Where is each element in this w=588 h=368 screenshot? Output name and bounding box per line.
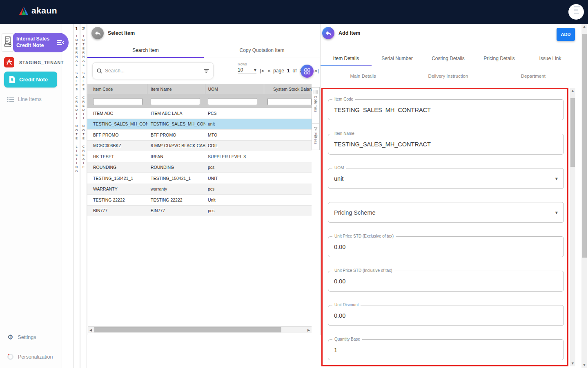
horizontal-scrollbar[interactable]: ◀ ▶ (88, 326, 312, 333)
uom-select[interactable]: UOM unit ▼ (328, 168, 564, 189)
module-pill: Internal Sales Credit Note (13, 33, 69, 52)
unit-price-inclusive-field[interactable]: Unit Price STD (Inclusive of tax) 0.00 (328, 271, 564, 292)
add-button[interactable]: ADD (557, 28, 575, 41)
cell-uom: SUPPLER LEVEL 3 (205, 154, 264, 159)
tab-item-details[interactable]: Item Details (321, 53, 372, 66)
vertical-tab-number: 2 (80, 26, 87, 31)
sidebar-item-credit-note[interactable]: $ Credit Note (4, 72, 57, 88)
filter-input-item-code[interactable] (93, 98, 143, 105)
scroll-down-icon[interactable]: ▼ (570, 361, 575, 366)
filter-input-uom[interactable] (208, 98, 257, 105)
cell-item-name: ITEM ABC LALA (147, 111, 205, 116)
filters-side-tab[interactable]: Filters (312, 124, 320, 150)
table-row[interactable]: ROUNDING ROUNDING pcs (87, 162, 312, 173)
pricing-scheme-select[interactable]: Pricing Scheme ▼ (328, 202, 564, 223)
cell-item-name: BIN777 (147, 208, 205, 213)
filter-input-item-name[interactable] (151, 98, 200, 105)
rows-per-page-select[interactable]: 10 ▼ (238, 67, 256, 74)
quantity-base-field[interactable]: Quantity Base 1 (328, 339, 564, 360)
tab-issue-link[interactable]: Issue Link (525, 53, 576, 66)
table-row[interactable]: WARRANTY warranty pcs (87, 184, 312, 195)
item-code-field[interactable]: Item Code TESTING_SALES_MH_CONTRACT (328, 99, 564, 120)
table-header: Item Code Item Name UOM System Stock Bal… (87, 84, 312, 94)
unit-price-exclusive-field[interactable]: Unit Price STD (Exclusive of tax) 0.00 (328, 236, 564, 257)
page-title: Add Item (339, 30, 360, 36)
select-item-panel: Select Item Search Item Copy Quotation I… (87, 24, 321, 335)
last-page-icon[interactable]: >| (314, 68, 318, 74)
chevron-down-icon: ▼ (555, 211, 558, 214)
item-name-field[interactable]: Item Name TESTING_SALES_MH_CONTRACT (328, 134, 564, 155)
user-avatar[interactable] (568, 4, 584, 20)
back-button[interactable] (91, 27, 104, 39)
credit-note-dollar-icon: $ (9, 76, 15, 83)
scroll-left-icon[interactable]: ◀ (88, 327, 94, 333)
table-row[interactable]: HK TESET IRFAN SUPPLER LEVEL 3 (87, 151, 312, 162)
table-row[interactable]: BFF PROMO BFF PROMO MTO (87, 130, 312, 141)
column-header-item-name[interactable]: Item Name (147, 87, 205, 92)
field-value: unit (334, 168, 343, 189)
scroll-up-icon[interactable]: ▲ (581, 24, 587, 29)
table-row[interactable]: TESTING 22222 TESTING 22222 Unit (87, 195, 312, 206)
page-title: Select Item (108, 30, 135, 36)
search-icon (97, 68, 102, 74)
cell-item-code: ITEM ABC (87, 111, 147, 116)
vertical-tab-listing[interactable]: 1 INTERNAL SALES CREDIT NOTE LISTING (73, 24, 80, 368)
table-row[interactable]: TESTING_150421_1 TESTING_150421_1 UNIT (87, 173, 312, 184)
tab-costing-details[interactable]: Costing Details (423, 53, 474, 66)
scroll-down-icon[interactable]: ▼ (581, 362, 587, 368)
scroll-right-icon[interactable]: ▶ (306, 327, 312, 333)
column-header-system-stock-balance[interactable]: System Stock Balan (264, 87, 312, 92)
page-scrollbar[interactable]: ▲ ▼ (581, 24, 587, 368)
tab-search-item[interactable]: Search Item (87, 44, 204, 58)
form-scrollbar[interactable]: ▲ ▼ (570, 88, 575, 366)
cell-item-name: warranty (147, 186, 205, 191)
grid-view-button[interactable] (301, 65, 314, 78)
search-box (92, 62, 214, 79)
highlighted-form-region: Item Code TESTING_SALES_MH_CONTRACT Item… (321, 88, 568, 366)
cell-item-code: TESTING_150421_1 (87, 176, 147, 181)
unit-discount-field[interactable]: Unit Discount 0.00 (328, 305, 564, 326)
field-value: 0.00 (334, 237, 345, 258)
cell-uom: unit (205, 121, 264, 126)
back-button[interactable] (322, 27, 334, 39)
sidebar-item-personalization[interactable]: Personalization (7, 354, 60, 360)
sidebar-item-label: Credit Note (19, 76, 48, 83)
table-row[interactable]: BIN777 BIN777 pcs (87, 206, 312, 217)
module-header[interactable]: Internal Sales Credit Note (1, 33, 69, 52)
sidebar-item-settings[interactable]: ⚙ Settings (7, 334, 60, 341)
cell-item-name: TESTING_SALES_MH_CONTRACT (147, 121, 205, 126)
tenant-logo-icon (4, 57, 14, 67)
prev-page-icon[interactable]: < (267, 68, 270, 74)
subtab-delivery-instruction[interactable]: Delivery Instruction (405, 71, 490, 83)
first-page-icon[interactable]: |< (260, 68, 264, 74)
field-value: 1 (334, 340, 337, 361)
vertical-tab-create[interactable]: 2 INTERNAL SALES CREDIT NOTE CREATE (80, 24, 87, 368)
columns-side-tab[interactable]: Columns (312, 87, 320, 124)
table-row[interactable]: ITEM ABC ITEM ABC LALA PCS (87, 108, 312, 119)
column-header-uom[interactable]: UOM (205, 87, 263, 92)
subtab-department[interactable]: Department (491, 71, 576, 83)
table-row[interactable]: MCSC006BKZ 6 MM² CU/PVC BLACK CABLE 1...… (87, 141, 312, 152)
gear-icon: ⚙ (7, 334, 13, 341)
cell-item-code: TESTING 22222 (87, 197, 147, 202)
table-filter-row (87, 94, 312, 108)
vertical-tab-number: 1 (74, 26, 80, 31)
filter-input-stock[interactable] (267, 98, 312, 105)
tab-pricing-details[interactable]: Pricing Details (474, 53, 525, 66)
horizontal-scroll-thumb[interactable] (94, 327, 281, 332)
column-header-item-code[interactable]: Item Code (87, 87, 147, 92)
tab-serial-number[interactable]: Serial Number (372, 53, 423, 66)
tab-copy-quotation-item[interactable]: Copy Quotation Item (204, 44, 320, 58)
sidebar-item-line-items[interactable]: Line Items (7, 96, 42, 102)
search-input[interactable] (105, 68, 203, 74)
scroll-thumb[interactable] (582, 34, 587, 258)
table-body: ITEM ABC ITEM ABC LALA PCS TESTING_SALES… (87, 108, 312, 216)
scroll-up-icon[interactable]: ▲ (570, 88, 575, 94)
brand-logo[interactable]: akaun (19, 6, 57, 16)
filter-lines-icon[interactable] (203, 69, 209, 73)
table-row-selected[interactable]: TESTING_SALES_MH_CONTRACT TESTING_SALES_… (87, 119, 312, 130)
collapse-menu-icon[interactable] (55, 36, 67, 49)
scroll-thumb[interactable] (570, 98, 575, 167)
subtab-main-details[interactable]: Main Details (321, 71, 405, 83)
tenant-row[interactable]: STAGING_TENANT (4, 57, 64, 67)
